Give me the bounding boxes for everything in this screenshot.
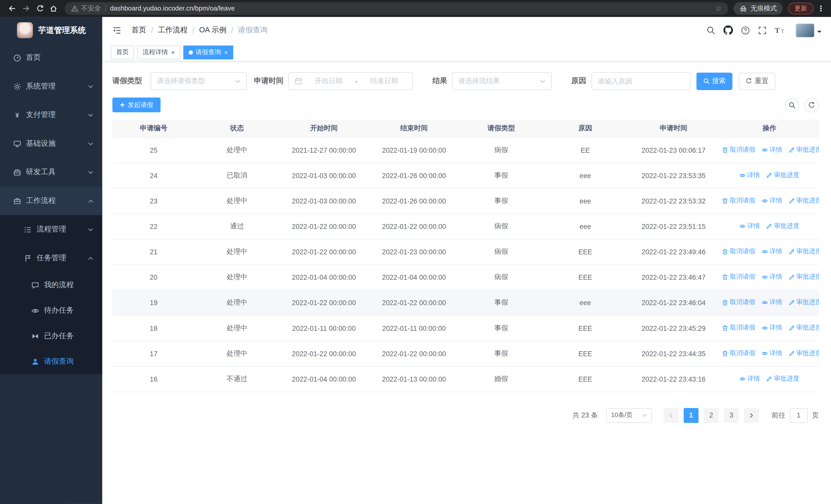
security-status[interactable]: 不安全	[71, 4, 101, 13]
cell-actions: 取消请假 详情 审批进度	[720, 290, 819, 316]
cancel-leave-link[interactable]: 取消请假	[722, 145, 755, 154]
app-logo[interactable]: 芋道管理系统	[0, 17, 103, 43]
search-button[interactable]: 搜索	[696, 72, 732, 90]
next-page-button[interactable]	[744, 408, 759, 423]
approval-progress-link[interactable]: 审批进度	[789, 298, 819, 307]
page-button-2[interactable]: 2	[704, 408, 719, 423]
sidebar-item-done-tasks[interactable]: 已办任务	[0, 323, 103, 349]
detail-link[interactable]: 详情	[762, 272, 782, 281]
pagination: 共 23 条 10条/页 1 2 3 前往 页	[112, 408, 819, 423]
cell-leave-type: 事假	[459, 290, 543, 316]
create-leave-button[interactable]: 发起请假	[112, 97, 161, 112]
sidebar-item-infrastructure[interactable]: 基础设施	[0, 129, 103, 158]
end-date-placeholder: 结束日期	[362, 76, 406, 86]
fullscreen-icon[interactable]	[758, 26, 767, 35]
cancel-leave-link[interactable]: 取消请假	[722, 323, 755, 332]
browser-menu-icon[interactable]: ⋮	[813, 4, 826, 13]
eye-icon	[31, 307, 44, 315]
approval-progress-link[interactable]: 审批进度	[789, 247, 819, 256]
trash-icon	[722, 147, 728, 153]
detail-link[interactable]: 详情	[762, 247, 782, 256]
pen-icon	[766, 172, 773, 179]
leave-type-select[interactable]: 请选择请假类型	[150, 72, 247, 90]
cell-status: 处理中	[195, 188, 279, 213]
detail-link[interactable]: 详情	[762, 349, 782, 358]
sidebar-item-my-processes[interactable]: 我的流程	[0, 272, 103, 298]
result-select[interactable]: 请选择流结果	[452, 72, 551, 90]
bookmark-star-icon[interactable]: ☆	[711, 4, 722, 13]
github-icon[interactable]	[723, 25, 733, 35]
home-icon[interactable]	[47, 2, 61, 16]
eye-icon	[739, 172, 746, 179]
help-icon[interactable]	[741, 26, 750, 35]
search-icon[interactable]	[707, 26, 716, 35]
detail-link[interactable]: 详情	[762, 196, 782, 205]
sidebar-item-payment[interactable]: 支付管理	[0, 100, 103, 129]
page-button-1[interactable]: 1	[684, 408, 698, 423]
refresh-table-button[interactable]	[805, 98, 819, 112]
sidebar-item-todo-tasks[interactable]: 待办任务	[0, 298, 103, 323]
forward-icon[interactable]	[19, 2, 33, 16]
col-end-time: 结束时间	[369, 120, 459, 137]
sidebar-item-leave-query[interactable]: 请假查询	[0, 349, 103, 374]
user-avatar[interactable]	[796, 23, 822, 37]
approval-progress-link[interactable]: 审批进度	[789, 145, 819, 154]
close-icon[interactable]: ×	[171, 49, 175, 55]
eye-icon	[739, 223, 746, 230]
breadcrumb-item[interactable]: 首页	[132, 25, 146, 35]
col-apply-id: 申请编号	[112, 120, 195, 137]
breadcrumb-item[interactable]: 工作流程	[158, 25, 188, 35]
sidebar-item-process-management[interactable]: 流程管理	[0, 215, 103, 244]
sidebar-item-workflow[interactable]: 工作流程	[0, 186, 103, 215]
task-submenu: 我的流程 待办任务 已办任务 请假查询	[0, 272, 103, 374]
sidebar-item-home[interactable]: 首页	[0, 43, 103, 72]
tab-leave-query[interactable]: 请假查询 ×	[183, 46, 233, 59]
page-button-3[interactable]: 3	[724, 408, 739, 423]
approval-progress-link[interactable]: 审批进度	[766, 222, 799, 231]
cell-actions: 详情 审批进度	[720, 366, 819, 392]
approval-progress-link[interactable]: 审批进度	[766, 171, 799, 180]
page-size-select[interactable]: 10条/页	[606, 408, 652, 423]
top-navbar: 首页 / 工作流程 / OA 示例 / 请假查询	[103, 17, 831, 43]
approval-progress-link[interactable]: 审批进度	[789, 323, 819, 332]
cancel-leave-link[interactable]: 取消请假	[722, 298, 755, 307]
toggle-search-button[interactable]	[785, 98, 799, 112]
detail-link[interactable]: 详情	[762, 145, 782, 154]
reset-button[interactable]: 重置	[739, 72, 775, 90]
detail-link[interactable]: 详情	[762, 298, 782, 307]
detail-link[interactable]: 详情	[739, 374, 760, 383]
sidebar-item-system[interactable]: 系统管理	[0, 72, 103, 101]
prev-page-button[interactable]	[663, 408, 678, 423]
detail-link[interactable]: 详情	[762, 323, 782, 332]
approval-progress-link[interactable]: 审批进度	[789, 272, 819, 281]
approval-progress-link[interactable]: 审批进度	[766, 374, 799, 383]
address-bar[interactable]: 不安全 dashboard.yudao.iocoder.cn/bpm/oa/le…	[65, 2, 728, 15]
cancel-leave-link[interactable]: 取消请假	[722, 196, 755, 205]
cancel-leave-link[interactable]: 取消请假	[722, 272, 755, 281]
detail-link[interactable]: 详情	[739, 222, 760, 231]
approval-progress-link[interactable]: 审批进度	[789, 349, 819, 358]
cell-apply-id: 25	[112, 137, 195, 163]
apply-time-label: 申请时间	[254, 76, 284, 86]
back-icon[interactable]	[5, 2, 19, 16]
goto-page-input[interactable]	[790, 408, 808, 423]
date-range-picker[interactable]: 开始日期 - 结束日期	[288, 72, 413, 90]
approval-progress-link[interactable]: 审批进度	[789, 196, 819, 205]
cell-end-time: 2022-01-26 00:00:00	[369, 188, 459, 213]
breadcrumb: 首页 / 工作流程 / OA 示例 / 请假查询	[132, 25, 268, 35]
tab-home[interactable]: 首页	[111, 46, 134, 59]
sidebar-item-devtools[interactable]: 研发工具	[0, 158, 103, 186]
reason-input[interactable]	[592, 72, 691, 90]
close-icon[interactable]: ×	[224, 49, 228, 55]
create-leave-label: 发起请假	[128, 100, 153, 109]
update-button[interactable]: 更新	[788, 3, 813, 14]
reload-icon[interactable]	[33, 2, 47, 16]
sidebar-collapse-icon[interactable]	[110, 23, 124, 37]
cancel-leave-link[interactable]: 取消请假	[722, 247, 755, 256]
tab-process-detail[interactable]: 流程详情 ×	[137, 46, 180, 59]
breadcrumb-item[interactable]: OA 示例	[199, 25, 226, 35]
detail-link[interactable]: 详情	[739, 171, 760, 180]
sidebar-item-task-management[interactable]: 任务管理	[0, 244, 103, 272]
cancel-leave-link[interactable]: 取消请假	[722, 349, 755, 358]
font-size-icon[interactable]	[775, 26, 785, 34]
